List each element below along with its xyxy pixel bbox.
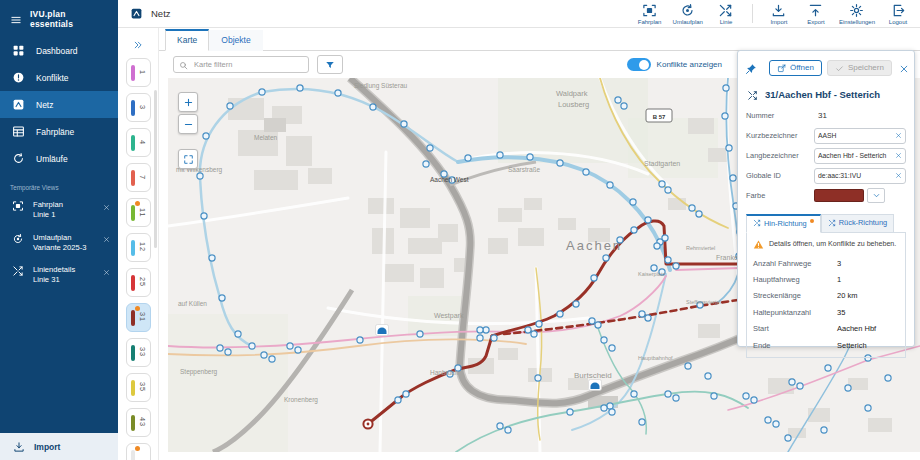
- close-icon[interactable]: [899, 64, 909, 74]
- field-input-kurzbezeichner[interactable]: AASH: [814, 128, 906, 144]
- stop-marker[interactable]: [603, 255, 609, 261]
- clear-field-icon[interactable]: [895, 152, 902, 159]
- stop-marker[interactable]: [477, 335, 483, 341]
- tab-karte[interactable]: Karte: [165, 29, 209, 51]
- stop-marker[interactable]: [589, 318, 595, 324]
- stop-marker[interactable]: [370, 104, 376, 110]
- stop-marker[interactable]: [295, 347, 301, 353]
- stop-marker[interactable]: [654, 243, 660, 249]
- temp-view-liniendetails-linie-31[interactable]: LiniendetailsLinie 31: [0, 259, 118, 292]
- temp-view-umlaufplan-variante-2025-3[interactable]: UmlaufplanVariante 2025-3: [0, 227, 118, 260]
- konflikte-toggle[interactable]: [627, 58, 651, 71]
- sidebar-import-button[interactable]: Import: [0, 433, 118, 460]
- line-chip-43[interactable]: 43: [126, 408, 151, 437]
- stop-marker[interactable]: [751, 397, 757, 403]
- stop-marker[interactable]: [269, 356, 275, 362]
- tab-rueck-richtung[interactable]: Rück-Richtung: [821, 214, 894, 233]
- close-temp-view-icon[interactable]: [103, 204, 110, 211]
- tab-hin-richtung[interactable]: Hin-Richtung: [746, 214, 821, 233]
- stop-marker[interactable]: [825, 365, 831, 371]
- stop-marker[interactable]: [235, 331, 241, 337]
- clear-field-icon[interactable]: [895, 172, 902, 179]
- stop-marker[interactable]: [773, 421, 779, 427]
- stop-marker[interactable]: [673, 263, 679, 269]
- stop-marker[interactable]: [609, 409, 615, 415]
- stop-marker[interactable]: [335, 90, 341, 96]
- stop-marker[interactable]: [287, 343, 293, 349]
- stop-marker[interactable]: [631, 391, 637, 397]
- sidebar-item-fahrplaene[interactable]: Fahrpläne: [0, 118, 118, 145]
- stop-marker[interactable]: [659, 181, 665, 187]
- close-temp-view-icon[interactable]: [103, 269, 110, 276]
- stop-marker[interactable]: [497, 423, 503, 429]
- stop-marker[interactable]: [696, 211, 702, 217]
- filter-button[interactable]: [317, 55, 343, 74]
- field-input-langbezeichner[interactable]: Aachen Hbf - Setterich: [814, 148, 906, 164]
- action-linie[interactable]: Linie: [712, 3, 740, 25]
- map-filter-search[interactable]: [173, 56, 309, 73]
- stop-marker[interactable]: [705, 373, 711, 379]
- open-button[interactable]: Öffnen: [769, 60, 822, 75]
- stop-marker[interactable]: [595, 322, 601, 328]
- zoom-in-button[interactable]: [178, 92, 198, 112]
- stop-marker[interactable]: [743, 393, 749, 399]
- hamburger-menu[interactable]: [10, 10, 22, 28]
- pin-icon[interactable]: [745, 63, 757, 75]
- color-swatch[interactable]: [814, 189, 864, 202]
- line-chip-3[interactable]: 3: [126, 93, 151, 122]
- action-logout[interactable]: Logout: [884, 3, 912, 25]
- sidebar-item-dashboard[interactable]: Dashboard: [0, 37, 118, 64]
- menu-icon[interactable]: [10, 14, 22, 26]
- stop-marker[interactable]: [885, 375, 891, 381]
- stop-marker[interactable]: [417, 331, 423, 337]
- stop-marker[interactable]: [662, 235, 668, 241]
- action-import[interactable]: Import: [765, 3, 793, 25]
- stop-marker[interactable]: [723, 85, 729, 91]
- stop-marker[interactable]: [621, 103, 627, 109]
- stop-marker[interactable]: [197, 173, 203, 179]
- strip-scrollbar[interactable]: [154, 90, 157, 248]
- stop-marker[interactable]: [665, 391, 671, 397]
- stop-marker[interactable]: [491, 335, 497, 341]
- color-dropdown[interactable]: [867, 188, 885, 203]
- line-chip-12[interactable]: 12: [126, 233, 151, 262]
- stop-marker[interactable]: [609, 345, 615, 351]
- stop-marker[interactable]: [797, 383, 803, 389]
- stop-marker[interactable]: [573, 301, 579, 307]
- zoom-out-button[interactable]: [178, 114, 198, 134]
- stop-marker[interactable]: [535, 375, 541, 381]
- stop-marker[interactable]: [789, 379, 795, 385]
- stop-marker[interactable]: [630, 199, 636, 205]
- stop-marker[interactable]: [601, 337, 607, 343]
- close-panel-button[interactable]: [897, 57, 911, 79]
- stop-marker[interactable]: [261, 352, 267, 358]
- stop-marker[interactable]: [219, 295, 225, 301]
- stop-marker[interactable]: [531, 331, 537, 337]
- line-chip-4[interactable]: 4: [126, 128, 151, 157]
- stop-marker[interactable]: [615, 97, 621, 103]
- stop-marker[interactable]: [505, 427, 511, 433]
- stop-marker[interactable]: [567, 409, 573, 415]
- action-einstellungen[interactable]: Einstellungen: [839, 3, 875, 25]
- stop-marker[interactable]: [557, 311, 563, 317]
- stop-marker[interactable]: [673, 395, 679, 401]
- stop-marker[interactable]: [403, 391, 409, 397]
- stop-marker[interactable]: [525, 327, 531, 333]
- fit-view-button[interactable]: [178, 149, 198, 169]
- stop-marker[interactable]: [225, 349, 231, 355]
- field-input-globale-id[interactable]: de:aac:31:IVU: [814, 168, 906, 184]
- temp-view-fahrplan-linie-1[interactable]: FahrplanLinie 1: [0, 194, 118, 227]
- stop-marker[interactable]: [591, 275, 597, 281]
- stop-marker[interactable]: [639, 311, 645, 317]
- stop-marker[interactable]: [395, 397, 401, 403]
- stop-marker[interactable]: [607, 403, 613, 409]
- line-chip-35[interactable]: 35: [126, 373, 151, 402]
- clear-field-icon[interactable]: [895, 132, 902, 139]
- stop-marker[interactable]: [865, 405, 871, 411]
- stop-marker[interactable]: [357, 337, 363, 343]
- stop-marker[interactable]: [201, 213, 207, 219]
- stop-marker[interactable]: [227, 103, 233, 109]
- line-chip-1[interactable]: 1: [126, 58, 151, 87]
- line-chip-31[interactable]: 31: [126, 303, 151, 332]
- stop-marker[interactable]: [722, 113, 728, 119]
